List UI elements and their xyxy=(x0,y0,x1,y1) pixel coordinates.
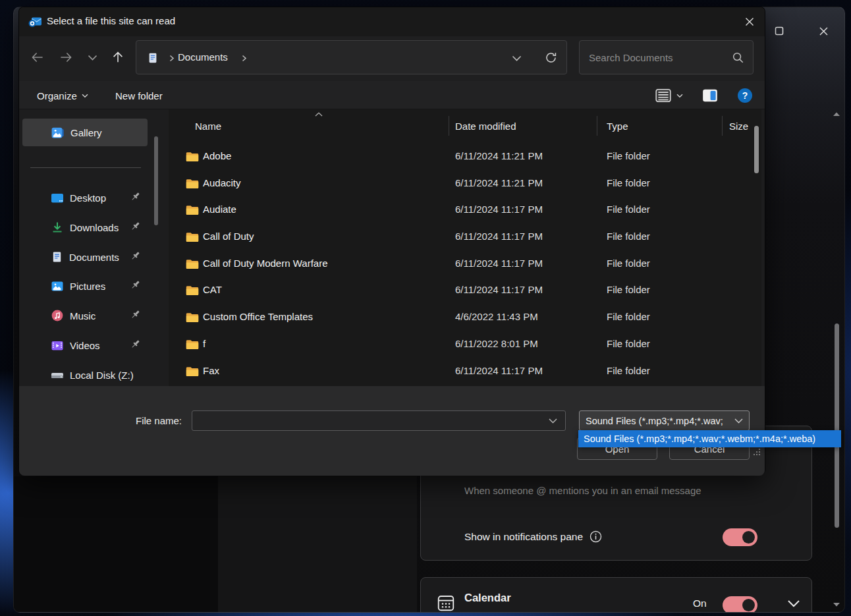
forward-arrow-icon xyxy=(59,50,73,65)
sidebar-item-documents[interactable]: Documents xyxy=(22,242,148,271)
help-button[interactable]: ? xyxy=(737,86,753,105)
file-date: 6/11/2024 11:21 PM xyxy=(455,177,543,188)
file-row[interactable]: Audacity 6/11/2024 11:21 PM File folder xyxy=(169,171,761,198)
new-folder-label: New folder xyxy=(115,90,163,101)
file-name: f xyxy=(203,338,206,349)
column-divider[interactable] xyxy=(449,116,449,136)
sidebar-item-videos[interactable]: Videos xyxy=(22,331,148,360)
column-header-size[interactable]: Size xyxy=(729,121,748,132)
window-scrollbar[interactable] xyxy=(835,323,839,528)
recent-locations-button[interactable] xyxy=(81,46,103,69)
refresh-icon[interactable] xyxy=(544,51,558,65)
scroll-up-icon[interactable] xyxy=(833,111,840,117)
file-picker-dialog: Select a file this site can read xyxy=(18,7,765,475)
file-type: File folder xyxy=(607,284,650,295)
dialog-titlebar[interactable]: Select a file this site can read xyxy=(19,7,765,36)
column-divider[interactable] xyxy=(597,116,597,136)
new-folder-button[interactable]: New folder xyxy=(115,86,163,105)
music-icon xyxy=(51,309,64,322)
file-date: 6/11/2024 11:17 PM xyxy=(455,204,543,215)
file-date: 4/6/2022 11:43 PM xyxy=(455,311,538,322)
mail-sidebar-panel xyxy=(14,476,218,613)
sidebar-item-music[interactable]: Music xyxy=(22,301,148,330)
sidebar-item-label: Documents xyxy=(69,252,119,263)
forward-button[interactable] xyxy=(55,46,77,69)
chevron-down-icon[interactable] xyxy=(787,600,800,607)
maximize-icon xyxy=(775,26,784,36)
chevron-down-icon xyxy=(676,94,683,98)
search-icon[interactable] xyxy=(732,51,744,64)
chevron-down-icon[interactable] xyxy=(549,418,557,424)
file-row[interactable]: Call of Duty Modern Warfare 6/11/2024 11… xyxy=(169,251,761,278)
calendar-title: Calendar xyxy=(464,592,511,604)
sort-ascending-icon xyxy=(315,112,323,117)
column-divider[interactable] xyxy=(722,116,723,136)
file-row[interactable]: Custom Office Templates 4/6/2022 11:43 P… xyxy=(169,304,761,331)
file-date: 6/11/2024 11:21 PM xyxy=(455,150,543,161)
sidebar-item-downloads[interactable]: Downloads xyxy=(22,213,148,242)
file-list-vertical-scrollbar[interactable] xyxy=(754,126,759,173)
calendar-subtitle: Event reminders xyxy=(464,610,536,613)
file-row[interactable]: f 6/11/2022 8:01 PM File folder xyxy=(169,331,761,358)
file-date: 6/11/2024 11:17 PM xyxy=(455,284,543,295)
file-date: 6/11/2024 11:17 PM xyxy=(455,231,543,242)
search-input[interactable] xyxy=(580,52,732,63)
mail-list-panel xyxy=(218,476,417,613)
maximize-button[interactable] xyxy=(764,20,794,42)
file-type-select[interactable]: Sound Files (*.mp3;*.mp4;*.wav; xyxy=(579,410,750,431)
resize-grip-icon[interactable] xyxy=(753,448,761,456)
address-dropdown-icon[interactable] xyxy=(512,55,522,61)
address-bar[interactable]: Documents xyxy=(136,40,567,74)
file-row[interactable]: Adobe 6/11/2024 11:21 PM File folder xyxy=(169,144,761,171)
file-name: Audacity xyxy=(203,177,241,188)
info-icon[interactable] xyxy=(590,530,602,543)
pin-icon xyxy=(130,339,141,350)
breadcrumb-chevron-icon xyxy=(169,55,175,62)
pin-icon xyxy=(130,221,141,232)
file-row[interactable]: Fax 6/11/2024 11:17 PM File folder xyxy=(169,358,761,385)
file-name-input[interactable] xyxy=(192,415,549,426)
pin-icon xyxy=(130,279,141,291)
sidebar-item-local-disk-z[interactable]: Local Disk (Z:) xyxy=(22,360,148,389)
sidebar-scrollbar[interactable] xyxy=(154,136,158,225)
list-view-icon xyxy=(655,88,672,103)
organize-button[interactable]: Organize xyxy=(37,86,88,105)
file-rows: Adobe 6/11/2024 11:21 PM File folder Aud… xyxy=(169,144,761,385)
pictures-icon xyxy=(51,280,64,293)
scroll-down-icon[interactable] xyxy=(833,602,840,607)
column-header-type[interactable]: Type xyxy=(607,121,628,132)
file-name: Fax xyxy=(203,365,219,376)
calendar-toggle[interactable] xyxy=(723,596,757,613)
dialog-close-button[interactable] xyxy=(734,7,765,36)
sidebar-item-gallery[interactable]: Gallery xyxy=(22,119,148,146)
file-row[interactable]: CAT 6/11/2024 11:17 PM File folder xyxy=(169,277,761,304)
chevron-down-icon xyxy=(82,94,88,98)
up-button[interactable] xyxy=(107,46,129,69)
folder-icon xyxy=(186,285,199,296)
file-type-option-sound-files[interactable]: Sound Files (*.mp3;*.mp4;*.wav;*.webm;*.… xyxy=(578,434,815,444)
file-type: File folder xyxy=(607,204,650,215)
breadcrumb-chevron-icon[interactable] xyxy=(242,55,247,62)
view-mode-button[interactable] xyxy=(655,86,683,105)
file-row[interactable]: Audiate 6/11/2024 11:17 PM File folder xyxy=(169,197,761,224)
chevron-down-icon xyxy=(734,418,743,424)
close-icon xyxy=(745,17,754,26)
folder-icon xyxy=(186,366,199,377)
folder-icon xyxy=(186,259,199,269)
file-date: 6/11/2022 8:01 PM xyxy=(455,338,538,349)
close-window-button[interactable] xyxy=(808,20,838,42)
calendar-state-label: On xyxy=(693,598,707,609)
sidebar-item-desktop[interactable]: Desktop xyxy=(22,183,148,212)
search-box xyxy=(579,40,754,74)
file-row[interactable]: Call of Duty 6/11/2024 11:17 PM File fol… xyxy=(169,224,761,251)
file-date: 6/11/2024 11:17 PM xyxy=(455,365,543,376)
sidebar-item-pictures[interactable]: Pictures xyxy=(22,271,148,300)
column-header-date[interactable]: Date modified xyxy=(455,121,516,132)
back-button[interactable] xyxy=(26,46,49,69)
column-header-name[interactable]: Name xyxy=(195,121,221,132)
file-type: File folder xyxy=(607,177,650,188)
notifications-pane-toggle[interactable] xyxy=(723,528,757,546)
dialog-title: Select a file this site can read xyxy=(47,15,175,26)
preview-pane-button[interactable] xyxy=(701,86,719,105)
breadcrumb-documents[interactable]: Documents xyxy=(178,51,228,63)
